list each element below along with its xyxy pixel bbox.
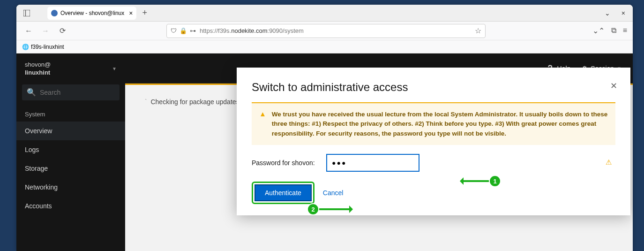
url-bar[interactable]: 🛡 🔒 ⊶ https://f39s.nodekite.com:9090/sys… — [166, 24, 486, 38]
reload-button[interactable]: ⟳ — [56, 24, 69, 38]
tab-title: Overview - shovon@linux — [60, 10, 124, 16]
tab-close-icon[interactable]: × — [129, 9, 133, 17]
nav-section-label: System — [16, 107, 125, 122]
cancel-link[interactable]: Cancel — [323, 189, 344, 197]
sidebar-item-networking[interactable]: Networking — [16, 178, 125, 197]
sidebar-item-storage[interactable]: Storage — [16, 159, 125, 178]
warning-banner: ▲ We trust you have received the usual l… — [252, 102, 615, 145]
panel-toggle-icon[interactable] — [20, 7, 33, 20]
warning-triangle-icon: ▲ — [259, 110, 266, 138]
warning-triangle-icon: ⚠ — [606, 158, 612, 167]
cockpit-sidebar: shovon@ linuxhint ▼ 🔍 System Overview Lo… — [16, 53, 125, 251]
shield-icon[interactable]: 🛡 — [171, 27, 177, 34]
bookmark-star-icon[interactable]: ☆ — [475, 26, 481, 35]
authenticate-button[interactable]: Authenticate — [255, 184, 312, 201]
globe-icon: 🌐 — [22, 44, 29, 50]
bookmark-bar: 🌐 f39s-linuxhint — [16, 40, 633, 53]
new-tab-button[interactable]: + — [142, 8, 147, 18]
hamburger-menu-icon[interactable]: ≡ — [623, 26, 627, 35]
sidebar-item-overview[interactable]: Overview — [16, 122, 125, 140]
user-name: shovon@ — [25, 61, 51, 69]
main-content: ❔ Help ⚙ Session ▼ ` Checking for packag… — [125, 53, 633, 251]
back-button[interactable]: ← — [22, 24, 35, 38]
chevron-down-icon: ▼ — [112, 66, 117, 71]
browser-toolbar: ← → ⟳ 🛡 🔒 ⊶ https://f39s.nodekite.com:90… — [16, 22, 633, 40]
svg-rect-0 — [23, 10, 30, 16]
user-host-selector[interactable]: shovon@ linuxhint ▼ — [16, 57, 125, 81]
warning-text: We trust you have received the usual lec… — [272, 110, 608, 138]
browser-titlebar: Overview - shovon@linux × + ⌄ × — [16, 5, 633, 22]
key-icon[interactable]: ⊶ — [190, 27, 196, 34]
annotation-2: 2 — [307, 203, 352, 215]
url-text: https://f39s.nodekite.com:9090/system — [200, 27, 304, 34]
password-input[interactable] — [327, 154, 419, 171]
search-input[interactable] — [40, 89, 122, 96]
window-close-icon[interactable]: × — [622, 9, 625, 17]
password-label: Password for shovon: — [252, 159, 321, 167]
modal-close-icon[interactable]: ✕ — [610, 81, 617, 91]
sidebar-search[interactable]: 🔍 — [22, 84, 120, 100]
auth-modal: Switch to administrative access ✕ ▲ We t… — [237, 68, 630, 215]
host-name: linuxhint — [25, 69, 51, 77]
sidebar-item-logs[interactable]: Logs — [16, 140, 125, 159]
search-icon: 🔍 — [27, 88, 36, 97]
list-tabs-icon[interactable]: ⌄ — [605, 9, 610, 17]
pocket-icon[interactable]: ⌄⌃ — [592, 26, 605, 35]
browser-tab[interactable]: Overview - shovon@linux × — [47, 7, 136, 20]
annotation-highlight: Authenticate — [252, 182, 315, 204]
forward-button: → — [39, 24, 52, 38]
fedora-favicon-icon — [51, 10, 58, 16]
bookmark-link[interactable]: f39s-linuxhint — [31, 44, 64, 50]
lock-icon[interactable]: 🔒 — [180, 27, 187, 34]
extensions-icon[interactable]: ⧉ — [611, 26, 616, 35]
sidebar-item-accounts[interactable]: Accounts — [16, 197, 125, 215]
modal-title: Switch to administrative access — [252, 81, 615, 94]
